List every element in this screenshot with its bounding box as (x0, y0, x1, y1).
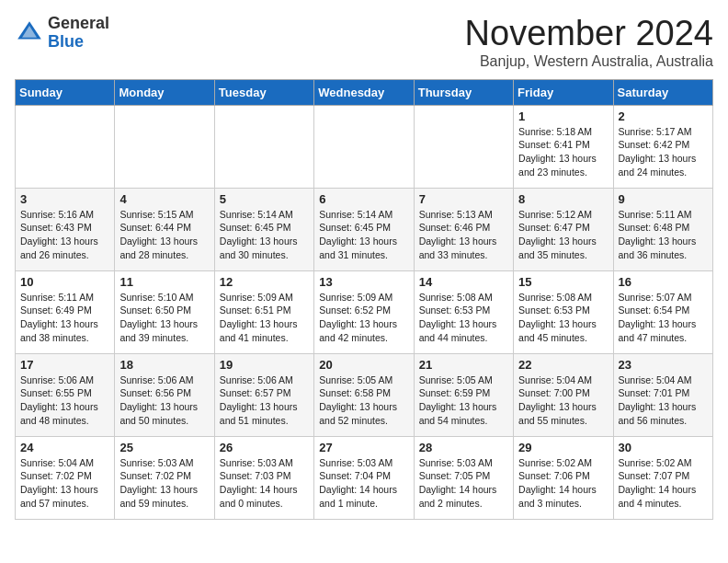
month-title: November 2024 (465, 15, 713, 53)
day-number: 11 (119, 275, 209, 289)
day-number: 27 (319, 441, 408, 454)
day-cell: 29Sunrise: 5:02 AM Sunset: 7:06 PM Dayli… (514, 436, 613, 519)
logo-text: General Blue (48, 15, 109, 52)
day-number: 13 (319, 275, 408, 289)
day-info: Sunrise: 5:04 AM Sunset: 7:02 PM Dayligh… (20, 456, 109, 511)
day-cell: 27Sunrise: 5:03 AM Sunset: 7:04 PM Dayli… (314, 436, 414, 519)
header-cell-tuesday: Tuesday (214, 79, 313, 105)
day-number: 12 (220, 275, 309, 289)
day-info: Sunrise: 5:15 AM Sunset: 6:44 PM Dayligh… (119, 208, 209, 262)
day-number: 18 (119, 358, 209, 372)
week-row-3: 17Sunrise: 5:06 AM Sunset: 6:55 PM Dayli… (16, 353, 713, 436)
day-cell: 4Sunrise: 5:15 AM Sunset: 6:44 PM Daylig… (115, 188, 214, 270)
day-number: 14 (419, 275, 508, 289)
header-cell-saturday: Saturday (613, 79, 712, 105)
day-cell (314, 105, 414, 188)
day-info: Sunrise: 5:06 AM Sunset: 6:56 PM Dayligh… (119, 373, 209, 428)
day-number: 23 (619, 358, 708, 372)
calendar-table: SundayMondayTuesdayWednesdayThursdayFrid… (15, 79, 713, 520)
day-info: Sunrise: 5:08 AM Sunset: 6:53 PM Dayligh… (419, 291, 508, 345)
logo-icon (15, 18, 44, 48)
day-info: Sunrise: 5:08 AM Sunset: 6:53 PM Dayligh… (518, 291, 608, 345)
header-cell-thursday: Thursday (414, 79, 513, 105)
logo: General Blue (15, 15, 109, 52)
day-cell: 1Sunrise: 5:18 AM Sunset: 6:41 PM Daylig… (514, 105, 613, 188)
day-number: 17 (20, 358, 109, 372)
day-cell: 24Sunrise: 5:04 AM Sunset: 7:02 PM Dayli… (16, 436, 115, 519)
day-cell: 21Sunrise: 5:05 AM Sunset: 6:59 PM Dayli… (414, 353, 513, 436)
day-cell: 23Sunrise: 5:04 AM Sunset: 7:01 PM Dayli… (613, 353, 712, 436)
day-cell: 5Sunrise: 5:14 AM Sunset: 6:45 PM Daylig… (214, 188, 313, 270)
day-cell: 2Sunrise: 5:17 AM Sunset: 6:42 PM Daylig… (613, 105, 712, 188)
day-number: 3 (20, 192, 109, 206)
day-number: 10 (20, 275, 109, 289)
day-number: 8 (518, 192, 608, 206)
day-number: 20 (319, 358, 408, 372)
day-info: Sunrise: 5:05 AM Sunset: 6:59 PM Dayligh… (419, 373, 508, 428)
day-cell: 17Sunrise: 5:06 AM Sunset: 6:55 PM Dayli… (16, 353, 115, 436)
day-cell (414, 105, 513, 188)
day-cell: 6Sunrise: 5:14 AM Sunset: 6:45 PM Daylig… (314, 188, 414, 270)
day-number: 30 (619, 441, 708, 454)
day-info: Sunrise: 5:03 AM Sunset: 7:05 PM Dayligh… (419, 456, 508, 511)
day-number: 29 (518, 441, 608, 454)
week-row-0: 1Sunrise: 5:18 AM Sunset: 6:41 PM Daylig… (16, 105, 713, 188)
day-cell: 30Sunrise: 5:02 AM Sunset: 7:07 PM Dayli… (613, 436, 712, 519)
day-info: Sunrise: 5:04 AM Sunset: 7:00 PM Dayligh… (518, 373, 608, 428)
day-info: Sunrise: 5:04 AM Sunset: 7:01 PM Dayligh… (619, 373, 708, 428)
day-number: 21 (419, 358, 508, 372)
week-row-2: 10Sunrise: 5:11 AM Sunset: 6:49 PM Dayli… (16, 270, 713, 353)
day-cell (16, 105, 115, 188)
day-number: 28 (419, 441, 508, 454)
day-cell (214, 105, 313, 188)
day-info: Sunrise: 5:02 AM Sunset: 7:07 PM Dayligh… (619, 456, 708, 511)
location-title: Banjup, Western Australia, Australia (465, 53, 713, 70)
header-cell-sunday: Sunday (16, 79, 115, 105)
day-cell: 12Sunrise: 5:09 AM Sunset: 6:51 PM Dayli… (214, 270, 313, 353)
day-cell: 19Sunrise: 5:06 AM Sunset: 6:57 PM Dayli… (214, 353, 313, 436)
header-cell-wednesday: Wednesday (314, 79, 414, 105)
day-number: 4 (119, 192, 209, 206)
day-info: Sunrise: 5:06 AM Sunset: 6:55 PM Dayligh… (20, 373, 109, 428)
day-number: 16 (619, 275, 708, 289)
day-info: Sunrise: 5:05 AM Sunset: 6:58 PM Dayligh… (319, 373, 408, 428)
page-header: General Blue November 2024 Banjup, Weste… (15, 15, 713, 70)
day-cell: 14Sunrise: 5:08 AM Sunset: 6:53 PM Dayli… (414, 270, 513, 353)
day-number: 6 (319, 192, 408, 206)
day-info: Sunrise: 5:02 AM Sunset: 7:06 PM Dayligh… (518, 456, 608, 511)
day-info: Sunrise: 5:03 AM Sunset: 7:02 PM Dayligh… (119, 456, 209, 511)
day-info: Sunrise: 5:12 AM Sunset: 6:47 PM Dayligh… (518, 208, 608, 262)
day-cell: 3Sunrise: 5:16 AM Sunset: 6:43 PM Daylig… (16, 188, 115, 270)
day-info: Sunrise: 5:14 AM Sunset: 6:45 PM Dayligh… (319, 208, 408, 262)
day-cell: 15Sunrise: 5:08 AM Sunset: 6:53 PM Dayli… (514, 270, 613, 353)
day-number: 1 (518, 109, 608, 123)
day-number: 2 (619, 109, 708, 123)
logo-general-text: General (48, 15, 109, 33)
header-cell-friday: Friday (514, 79, 613, 105)
day-cell: 10Sunrise: 5:11 AM Sunset: 6:49 PM Dayli… (16, 270, 115, 353)
header-cell-monday: Monday (115, 79, 214, 105)
day-info: Sunrise: 5:07 AM Sunset: 6:54 PM Dayligh… (619, 291, 708, 345)
day-info: Sunrise: 5:16 AM Sunset: 6:43 PM Dayligh… (20, 208, 109, 262)
day-number: 24 (20, 441, 109, 454)
day-number: 19 (220, 358, 309, 372)
day-number: 9 (619, 192, 708, 206)
day-cell: 9Sunrise: 5:11 AM Sunset: 6:48 PM Daylig… (613, 188, 712, 270)
day-cell: 18Sunrise: 5:06 AM Sunset: 6:56 PM Dayli… (115, 353, 214, 436)
day-info: Sunrise: 5:09 AM Sunset: 6:51 PM Dayligh… (220, 291, 309, 345)
day-cell: 26Sunrise: 5:03 AM Sunset: 7:03 PM Dayli… (214, 436, 313, 519)
day-cell: 22Sunrise: 5:04 AM Sunset: 7:00 PM Dayli… (514, 353, 613, 436)
day-cell (115, 105, 214, 188)
day-cell: 11Sunrise: 5:10 AM Sunset: 6:50 PM Dayli… (115, 270, 214, 353)
logo-blue-text: Blue (48, 33, 109, 52)
day-info: Sunrise: 5:14 AM Sunset: 6:45 PM Dayligh… (220, 208, 309, 262)
day-cell: 20Sunrise: 5:05 AM Sunset: 6:58 PM Dayli… (314, 353, 414, 436)
day-number: 5 (220, 192, 309, 206)
day-cell: 25Sunrise: 5:03 AM Sunset: 7:02 PM Dayli… (115, 436, 214, 519)
week-row-4: 24Sunrise: 5:04 AM Sunset: 7:02 PM Dayli… (16, 436, 713, 519)
day-number: 26 (220, 441, 309, 454)
day-info: Sunrise: 5:09 AM Sunset: 6:52 PM Dayligh… (319, 291, 408, 345)
day-info: Sunrise: 5:18 AM Sunset: 6:41 PM Dayligh… (518, 125, 608, 179)
day-cell: 13Sunrise: 5:09 AM Sunset: 6:52 PM Dayli… (314, 270, 414, 353)
day-info: Sunrise: 5:11 AM Sunset: 6:48 PM Dayligh… (619, 208, 708, 262)
